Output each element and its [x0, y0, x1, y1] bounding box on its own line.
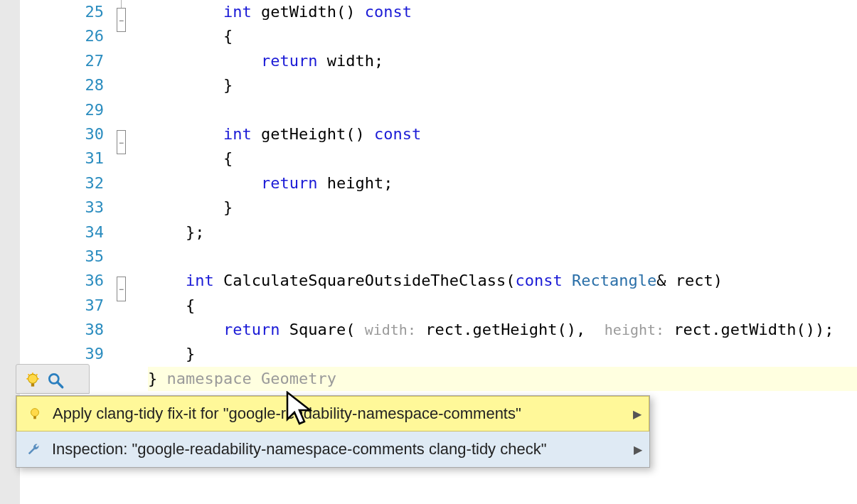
- intention-label: Inspection: "google-readability-namespac…: [52, 440, 624, 459]
- chevron-right-icon: ▶: [633, 407, 642, 421]
- search-icon[interactable]: [46, 371, 62, 387]
- line-number[interactable]: 37: [20, 294, 104, 318]
- svg-point-0: [28, 374, 38, 383]
- fold-toggle[interactable]: −: [117, 277, 126, 301]
- code-line[interactable]: {: [148, 294, 857, 318]
- intention-item[interactable]: Inspection: "google-readability-namespac…: [16, 431, 649, 467]
- code-line[interactable]: };: [148, 220, 857, 245]
- line-number[interactable]: 35: [20, 245, 104, 269]
- line-number[interactable]: 38: [20, 318, 104, 342]
- line-number[interactable]: 30: [20, 122, 104, 146]
- line-number[interactable]: 28: [20, 73, 104, 97]
- code-line[interactable]: return Square( width: rect.getHeight(), …: [148, 318, 857, 342]
- fold-toggle[interactable]: −: [117, 8, 126, 32]
- line-number[interactable]: 29: [20, 98, 104, 122]
- code-line[interactable]: return height;: [148, 171, 857, 195]
- svg-rect-5: [33, 417, 36, 419]
- code-line[interactable]: } namespace Geometry: [148, 367, 857, 391]
- code-line[interactable]: int CalculateSquareOutsideTheClass(const…: [148, 269, 857, 293]
- svg-line-3: [58, 382, 63, 387]
- code-line[interactable]: {: [148, 146, 857, 171]
- code-line[interactable]: {: [148, 24, 857, 48]
- line-number[interactable]: 27: [20, 49, 104, 73]
- code-line[interactable]: int getHeight() const: [148, 122, 857, 146]
- intention-popup: Apply clang-tidy fix-it for "google-read…: [16, 395, 650, 468]
- line-number[interactable]: 31: [20, 146, 104, 171]
- code-line[interactable]: int getWidth() const: [148, 0, 857, 24]
- line-number[interactable]: 34: [20, 220, 104, 245]
- lightbulb-icon: [27, 406, 43, 422]
- intention-label: Apply clang-tidy fix-it for "google-read…: [53, 404, 623, 423]
- line-number[interactable]: 26: [20, 24, 104, 48]
- line-number[interactable]: 25: [20, 0, 104, 24]
- code-line[interactable]: [148, 98, 857, 122]
- lightbulb-icon[interactable]: [23, 371, 39, 387]
- code-line[interactable]: }: [148, 73, 857, 97]
- intention-action-bar[interactable]: [16, 364, 90, 394]
- line-number[interactable]: 32: [20, 171, 104, 195]
- code-line[interactable]: return width;: [148, 49, 857, 73]
- svg-point-4: [31, 409, 39, 417]
- chevron-right-icon: ▶: [634, 443, 642, 456]
- fold-toggle[interactable]: −: [117, 130, 126, 154]
- line-number[interactable]: 33: [20, 195, 104, 220]
- svg-rect-1: [31, 383, 34, 386]
- code-line[interactable]: }: [148, 342, 857, 366]
- code-line[interactable]: [148, 245, 857, 269]
- line-number[interactable]: 39: [20, 342, 104, 366]
- intention-item-selected[interactable]: Apply clang-tidy fix-it for "google-read…: [16, 396, 649, 431]
- line-number[interactable]: 36: [20, 269, 104, 293]
- code-line[interactable]: }: [148, 195, 857, 220]
- wrench-icon: [26, 441, 42, 457]
